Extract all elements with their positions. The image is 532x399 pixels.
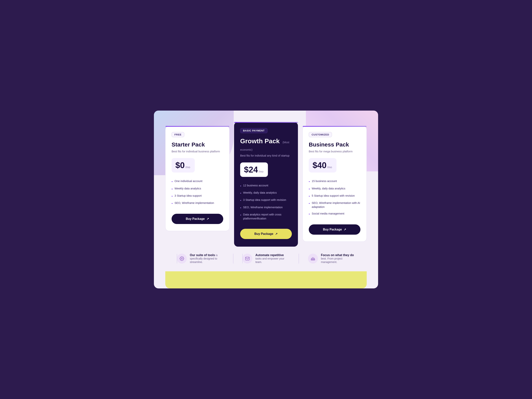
- plan-name-growth: Growth Pack (Most economic): [240, 137, 292, 152]
- price-period-growth: /mo: [259, 170, 263, 173]
- list-item: SEO, Wireframe implementation with AI ad…: [309, 200, 361, 210]
- arrow-icon: ↗: [275, 232, 278, 236]
- svg-rect-1: [246, 257, 249, 260]
- badge-customized: CUSTOMIZED: [309, 132, 332, 137]
- yellow-footer: [165, 271, 367, 288]
- price-amount-business: $40: [313, 161, 326, 170]
- bottom-feature-automate-text: Automate repetitive tasks and empower yo…: [255, 253, 290, 264]
- list-item: Weekly data analytics: [171, 185, 223, 192]
- bottom-feature-focus: Focus on what they do best. From project…: [299, 253, 364, 264]
- gear-icon: [180, 256, 184, 261]
- pricing-cards-row: FREE Starter Pack Best fits for individu…: [165, 122, 367, 247]
- arrow-icon: ↗: [207, 217, 209, 221]
- feature-list-growth: 12 business account Weekly, daily data a…: [240, 182, 292, 222]
- pricing-container: FREE Starter Pack Best fits for individu…: [154, 111, 378, 288]
- bottom-feature-focus-text: Focus on what they do best. From project…: [321, 253, 355, 264]
- list-item: Weekly, daily data analytics: [240, 190, 292, 197]
- plan-desc-growth: Best fits for individual any kind of sta…: [240, 154, 292, 158]
- price-period-starter: /mo: [185, 165, 190, 169]
- bottom-feature-tools-text: Our suite of tools is specifically desig…: [190, 253, 224, 264]
- price-box-business: $40 /mo: [309, 158, 336, 172]
- feature-list-starter: One individual account Weekly data analy…: [171, 178, 223, 207]
- bottom-feature-focus-regular: best. From project management.: [321, 257, 342, 264]
- buy-button-starter[interactable]: Buy Package ↗: [171, 214, 223, 224]
- bottom-feature-tools-bold: Our suite of tools: [190, 253, 215, 257]
- svg-point-0: [181, 258, 182, 259]
- list-item: 12 business account: [240, 182, 292, 190]
- feature-list-business: 15 business account Weekly, daily data a…: [309, 178, 361, 218]
- price-box-growth: $24 /mo: [240, 162, 268, 177]
- card-growth: BASIC PAYMENT Growth Pack (Most economic…: [234, 122, 298, 247]
- badge-basic: BASIC PAYMENT: [240, 128, 267, 133]
- list-item: Weekly, daily data analytics: [309, 185, 361, 192]
- list-item: Data analytics report with cross platfor…: [240, 211, 292, 222]
- list-item: 3 Startup idea support: [171, 192, 223, 200]
- list-item: 15 business account: [309, 178, 361, 185]
- buy-button-growth[interactable]: Buy Package ↗: [240, 229, 292, 239]
- email-icon: [245, 256, 250, 261]
- bottom-feature-automate-bold: Automate repetitive: [255, 253, 284, 257]
- list-item: 3 Startup idea support with revision: [240, 197, 292, 204]
- bottom-feature-tools: Our suite of tools is specifically desig…: [168, 253, 233, 264]
- gear-icon-wrap: [177, 254, 187, 264]
- email-icon-wrap: [242, 254, 252, 264]
- plan-desc-starter: Best fits for individual business platfo…: [171, 150, 223, 154]
- crown-icon-wrap: [308, 254, 318, 264]
- bottom-feature-focus-bold: Focus on what they do: [321, 253, 354, 257]
- plan-name-starter: Starter Pack: [171, 141, 223, 148]
- badge-free: FREE: [171, 132, 184, 137]
- arrow-icon: ↗: [344, 228, 346, 231]
- plan-desc-business: Best fits for mega business platform: [309, 150, 361, 154]
- list-item: 5 Startup idea support with revision: [309, 192, 361, 200]
- bottom-feature-automate: Automate repetitive tasks and empower yo…: [233, 253, 299, 264]
- buy-button-business[interactable]: Buy Package ↗: [309, 224, 361, 235]
- list-item: Social media management: [309, 210, 361, 218]
- crown-icon: [311, 256, 315, 261]
- plan-name-business: Business Pack: [309, 141, 361, 148]
- price-box-starter: $0 /mo: [171, 158, 195, 172]
- bottom-features-bar: Our suite of tools is specifically desig…: [165, 247, 367, 271]
- card-business: CUSTOMIZED Business Pack Best fits for m…: [303, 126, 367, 242]
- price-amount-starter: $0: [175, 161, 185, 170]
- list-item: SEO, Wireframe implementation: [240, 204, 292, 211]
- price-amount-growth: $24: [244, 165, 258, 174]
- price-period-business: /mo: [327, 165, 332, 169]
- list-item: SEO, Wireframe implementation: [171, 200, 223, 207]
- card-starter: FREE Starter Pack Best fits for individu…: [165, 126, 229, 231]
- bottom-feature-automate-regular: tasks and empower your team.: [255, 257, 285, 264]
- list-item: One individual account: [171, 178, 223, 185]
